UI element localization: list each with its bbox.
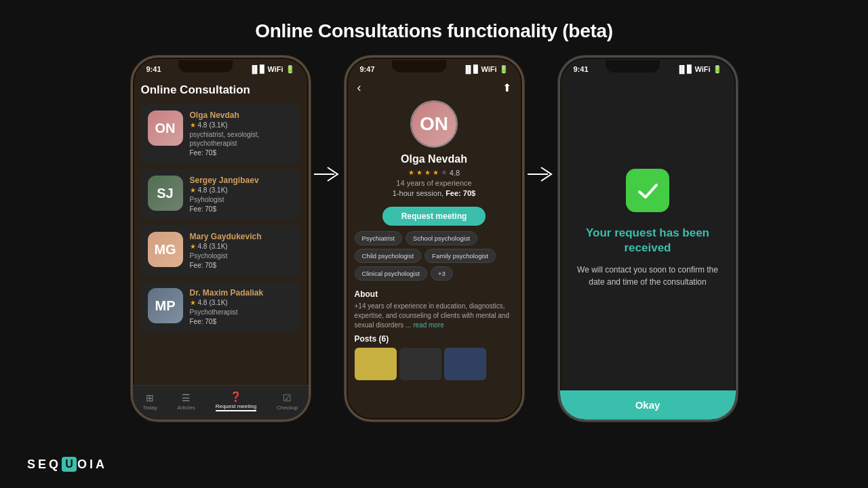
rating-num: 4.8	[450, 169, 460, 177]
doctor-name-maxim: Dr. Maxim Padaliak	[190, 288, 294, 298]
request-icon: ❓	[230, 391, 241, 402]
tag-clinical-psych[interactable]: Clinical psychologist	[355, 266, 428, 281]
nav-checkup-label: Checkup	[277, 405, 298, 411]
page-title: Online Consultations functionality (beta…	[255, 20, 612, 42]
doctor-info-maxim: Dr. Maxim Padaliak ★ 4.8 (3.1K) Psychoth…	[190, 288, 294, 325]
arrow-1	[311, 164, 344, 184]
profile-avatar-img: ON	[412, 102, 456, 146]
success-title: Your request has been received	[574, 226, 722, 256]
star-icon: ★	[190, 243, 196, 250]
nav-today[interactable]: ⊞ Today	[142, 392, 157, 411]
doctor-card-sergey[interactable]: SJ Sergey Jangibaev ★ 4.8 (3.1K) Psyholo…	[141, 169, 300, 220]
notch-3	[606, 60, 660, 73]
doctor-card-maxim[interactable]: MP Dr. Maxim Padaliak ★ 4.8 (3.1K) Psych…	[141, 281, 300, 332]
doctor-specialty-mary: Psychologist	[190, 251, 294, 260]
phone1-header: Online Consultation	[141, 78, 300, 104]
nav-articles-label: Articles	[178, 405, 195, 411]
nav-articles[interactable]: ☰ Articles	[178, 392, 195, 411]
star-4: ★	[433, 169, 439, 176]
star-icon: ★	[190, 299, 196, 306]
tag-school-psych[interactable]: School psychologist	[406, 231, 477, 245]
success-text: We will contact you soon to confirm the …	[574, 264, 722, 288]
doctor-fee-sergey: Fee: 70$	[190, 205, 294, 213]
grid-icon: ⊞	[146, 392, 154, 403]
post-thumb-1[interactable]	[355, 348, 397, 380]
star-icon: ★	[190, 121, 196, 129]
tags-row-1: Psychiatrist School psychologist	[355, 231, 514, 245]
wifi-icon: WiFi	[267, 65, 283, 73]
nav-request[interactable]: ❓ Request meeting	[216, 391, 256, 411]
status-bar-2: 9:47 ▐▌▊ WiFi 🔋	[347, 58, 522, 78]
tag-psychiatrist[interactable]: Psychiatrist	[355, 231, 403, 245]
signal-icon-2: ▐▌▊	[463, 65, 479, 74]
time-1: 9:41	[146, 65, 161, 73]
back-icon[interactable]: ‹	[357, 81, 361, 95]
share-icon[interactable]: ⬆	[502, 81, 511, 94]
arrow-right-icon-2	[524, 164, 558, 184]
branding: SEQ U OIA	[27, 457, 107, 472]
tag-more[interactable]: +3	[431, 266, 453, 281]
nav-checkup[interactable]: ☑ Checkup	[277, 392, 298, 411]
doctor-name-olga: Olga Nevdah	[190, 110, 294, 120]
avatar-olga-img: ON	[148, 110, 183, 146]
doctor-name-sergey: Sergey Jangibaev	[190, 176, 294, 185]
phone3-content: Your request has been received We will c…	[560, 78, 736, 399]
read-more-link[interactable]: read more	[413, 321, 444, 329]
status-icons-1: ▐▌▊ WiFi 🔋	[250, 65, 295, 74]
articles-icon: ☰	[182, 392, 191, 403]
doctor-rating-maxim: ★ 4.8 (3.1K)	[190, 299, 294, 306]
request-meeting-button[interactable]: Request meeting	[382, 207, 486, 226]
posts-row	[355, 348, 514, 380]
status-bar-1: 9:41 ▐▌▊ WiFi 🔋	[133, 58, 309, 78]
tag-family-psych[interactable]: Family psychologist	[425, 249, 496, 263]
avatar-olga: ON	[148, 110, 183, 146]
nav-request-label: Request meeting	[216, 403, 256, 411]
status-icons-3: ▐▌▊ WiFi 🔋	[677, 65, 722, 74]
phone-2: 9:47 ▐▌▊ WiFi 🔋 ‹ ⬆ ON Olga Nevdah ★ ★	[344, 56, 524, 422]
brand-text-oia: OIA	[77, 458, 107, 472]
phone1-content: Online Consultation ON Olga Nevdah ★ 4.8…	[133, 78, 309, 399]
tags-section: Psychiatrist School psychologist Child p…	[347, 231, 522, 281]
about-section: About +14 years of experience in educati…	[347, 284, 522, 330]
doctor-specialty-olga: psychiatrist, sexologist, psychotherapis…	[190, 130, 294, 148]
rating-count-x: (3.1K)	[209, 299, 227, 306]
rating-value-m: 4.8	[198, 243, 208, 250]
brand-u-letter: U	[62, 457, 77, 472]
star-1: ★	[408, 169, 414, 176]
phone-1: 9:41 ▐▌▊ WiFi 🔋 Online Consultation ON O…	[131, 56, 311, 422]
tag-child-psych[interactable]: Child psychologist	[355, 249, 422, 263]
doctor-card-mary[interactable]: MG Mary Gaydukevich ★ 4.8 (3.1K) Psychol…	[141, 225, 300, 276]
doctor-fee-maxim: Fee: 70$	[190, 318, 294, 325]
posts-section: Posts (6)	[347, 330, 522, 380]
post-thumb-2[interactable]	[399, 348, 441, 380]
status-bar-3: 9:41 ▐▌▊ WiFi 🔋	[560, 58, 736, 78]
time-3: 9:41	[574, 65, 589, 73]
star-2: ★	[416, 169, 422, 176]
phone2-topbar: ‹ ⬆	[347, 78, 522, 100]
rating-value-x: 4.8	[198, 299, 208, 306]
wifi-icon-2: WiFi	[481, 65, 496, 73]
post-thumb-3[interactable]	[444, 348, 486, 380]
doctor-fee-mary: Fee: 70$	[190, 262, 294, 269]
rating-value-s: 4.8	[198, 186, 208, 194]
avatar-mary: MG	[148, 232, 183, 267]
status-icons-2: ▐▌▊ WiFi 🔋	[463, 65, 509, 74]
profile-name: Olga Nevdah	[357, 153, 511, 165]
okay-button[interactable]: Okay	[560, 390, 736, 420]
session-fee: Fee: 70$	[446, 189, 475, 197]
avatar-sergey: SJ	[148, 176, 183, 211]
doctor-name-mary: Mary Gaydukevich	[190, 232, 294, 241]
doctor-info-olga: Olga Nevdah ★ 4.8 (3.1K) psychiatrist, s…	[190, 110, 294, 157]
session-info: 1-hour session, Fee: 70$	[357, 189, 511, 197]
brand-text-seq: SEQ	[27, 458, 61, 472]
rating-count-s: (3.1K)	[209, 186, 227, 194]
doctor-info-mary: Mary Gaydukevich ★ 4.8 (3.1K) Psychologi…	[190, 232, 294, 269]
profile-avatar: ON	[410, 100, 458, 148]
checkmark-icon	[634, 177, 661, 204]
doctor-specialty-maxim: Psychotherapist	[190, 308, 294, 317]
doctor-card-olga[interactable]: ON Olga Nevdah ★ 4.8 (3.1K) psychiatrist…	[141, 104, 300, 163]
time-2: 9:47	[360, 65, 375, 73]
avatar-maxim: MP	[148, 288, 183, 323]
phone-3: 9:41 ▐▌▊ WiFi 🔋 Your request has been re…	[558, 56, 738, 422]
tags-row-2: Child psychologist Family psychologist	[355, 249, 514, 263]
